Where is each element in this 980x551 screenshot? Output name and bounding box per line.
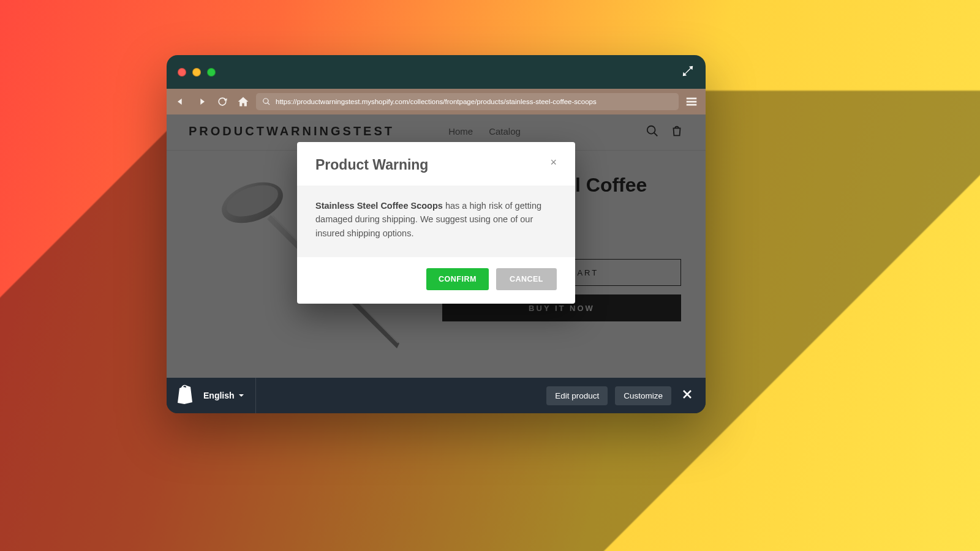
search-icon xyxy=(262,97,271,106)
browser-window: https://productwarningstest.myshopify.co… xyxy=(167,55,706,413)
divider xyxy=(255,378,256,413)
close-window-button[interactable] xyxy=(178,68,186,77)
minimize-window-button[interactable] xyxy=(192,68,201,77)
browser-toolbar: https://productwarningstest.myshopify.co… xyxy=(167,89,706,114)
language-label: English xyxy=(203,391,235,400)
shopify-logo-icon xyxy=(176,384,194,407)
zoom-window-button[interactable] xyxy=(207,68,216,77)
close-icon[interactable]: × xyxy=(550,157,557,168)
home-button[interactable] xyxy=(235,94,251,110)
page-viewport: PRODUCTWARNINGSTEST Home Catalog xyxy=(167,114,706,378)
window-controls xyxy=(178,68,216,77)
expand-icon[interactable] xyxy=(681,64,695,80)
window-titlebar xyxy=(167,55,706,89)
address-bar[interactable]: https://productwarningstest.myshopify.co… xyxy=(256,93,679,110)
edit-product-button[interactable]: Edit product xyxy=(546,386,608,405)
close-admin-bar-button[interactable] xyxy=(679,386,696,405)
shopify-admin-bar: English Edit product Customize xyxy=(167,378,706,413)
chevron-down-icon xyxy=(238,392,244,399)
customize-button[interactable]: Customize xyxy=(615,386,671,405)
product-warning-modal: Product Warning × Stainless Steel Coffee… xyxy=(297,142,575,304)
confirm-button[interactable]: CONFIRM xyxy=(426,268,489,290)
menu-button[interactable] xyxy=(684,94,699,110)
modal-product-name: Stainless Steel Coffee Scoops xyxy=(315,201,443,211)
modal-footer: CONFIRM CANCEL xyxy=(297,257,575,304)
modal-title: Product Warning xyxy=(315,157,428,173)
back-button[interactable] xyxy=(173,94,189,110)
cancel-button[interactable]: CANCEL xyxy=(496,268,557,290)
modal-body: Stainless Steel Coffee Scoops has a high… xyxy=(297,186,575,257)
language-selector[interactable]: English xyxy=(203,391,244,400)
forward-button[interactable] xyxy=(194,94,209,110)
url-text: https://productwarningstest.myshopify.co… xyxy=(276,98,597,105)
reload-button[interactable] xyxy=(214,94,230,110)
